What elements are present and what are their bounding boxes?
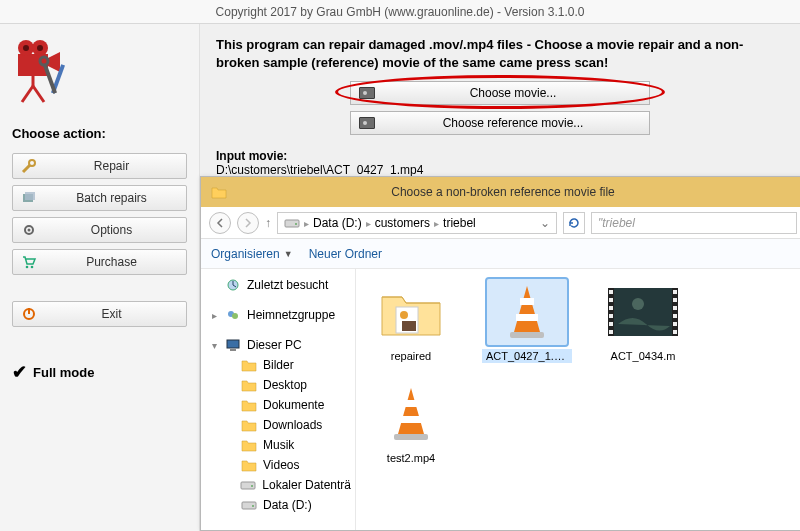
nav-back-button[interactable] [209, 212, 231, 234]
svg-rect-40 [608, 288, 614, 336]
svg-rect-47 [673, 306, 677, 310]
svg-rect-50 [609, 322, 613, 326]
main-panel: This program can repair damaged .mov/.mp… [200, 24, 800, 531]
breadcrumb[interactable]: Data (D:) customers triebel ⌄ [277, 212, 557, 234]
purchase-button[interactable]: Purchase [12, 249, 187, 275]
choose-action-label: Choose action: [12, 126, 187, 141]
input-movie-heading: Input movie: [216, 149, 287, 163]
tree-node-label: Dieser PC [247, 338, 302, 352]
svg-rect-56 [404, 400, 418, 407]
file-pane[interactable]: repairedACT_0427_1.mp4ACT_0434.mtest2.mp… [356, 269, 800, 530]
choose-movie-label: Choose movie... [385, 86, 641, 100]
refresh-button[interactable] [563, 212, 585, 234]
new-folder-label: Neuer Ordner [309, 247, 382, 261]
breadcrumb-part[interactable]: triebel [443, 216, 476, 230]
svg-marker-55 [398, 388, 424, 434]
svg-rect-58 [394, 434, 428, 440]
dialog-body: Zuletzt besucht▸Heimnetzgruppe▾Dieser PC… [201, 269, 800, 530]
file-item[interactable]: ACT_0434.m [598, 279, 688, 363]
tree-twisty-icon[interactable]: ▸ [209, 310, 219, 321]
tree-node[interactable]: ▾Dieser PC [205, 335, 351, 355]
cart-icon [21, 254, 37, 270]
organize-menu[interactable]: Organisieren ▼ [211, 247, 293, 261]
new-folder-button[interactable]: Neuer Ordner [309, 247, 382, 261]
drive-icon [241, 497, 257, 513]
search-input[interactable]: "triebel [591, 212, 797, 234]
file-item[interactable]: repaired [366, 279, 456, 363]
svg-point-25 [232, 313, 238, 319]
tree-node[interactable]: Data (D:) [205, 495, 351, 515]
tree-node[interactable]: Dokumente [205, 395, 351, 415]
svg-point-4 [37, 45, 43, 51]
tree-node[interactable]: Videos [205, 455, 351, 475]
svg-rect-27 [230, 349, 236, 351]
exit-button[interactable]: Exit [12, 301, 187, 327]
tree-node-label: Downloads [263, 418, 322, 432]
dialog-title-text: Choose a non-broken reference movie file [391, 185, 614, 199]
dialog-nav-bar: ↑ Data (D:) customers triebel ⌄ [201, 207, 800, 239]
exit-label: Exit [45, 307, 178, 321]
svg-rect-51 [673, 322, 677, 326]
repair-label: Repair [45, 159, 178, 173]
svg-rect-37 [516, 314, 538, 321]
svg-rect-57 [400, 416, 422, 423]
instructions-text: This program can repair damaged .mov/.mp… [216, 36, 784, 71]
chevron-right-icon [434, 216, 439, 230]
chevron-down-icon[interactable]: ⌄ [540, 216, 550, 230]
svg-point-16 [28, 229, 31, 232]
tree-twisty-icon[interactable]: ▾ [209, 340, 219, 351]
tree-node[interactable]: Downloads [205, 415, 351, 435]
tree-node-label: Musik [263, 438, 294, 452]
tree-node[interactable]: Bilder [205, 355, 351, 375]
tree-node-label: Dokumente [263, 398, 324, 412]
tree-node[interactable]: Desktop [205, 375, 351, 395]
svg-marker-35 [514, 286, 540, 332]
tree-node[interactable]: Zuletzt besucht [205, 275, 351, 295]
chevron-right-icon [304, 216, 309, 230]
dialog-toolbar: Organisieren ▼ Neuer Ordner [201, 239, 800, 269]
sidebar: Choose action: Repair Batch repairs Opti… [0, 24, 200, 531]
svg-rect-14 [25, 192, 35, 200]
tree-node[interactable]: ▸Heimnetzgruppe [205, 305, 351, 325]
svg-point-18 [31, 266, 34, 269]
svg-marker-5 [48, 52, 60, 72]
breadcrumb-part[interactable]: Data (D:) [313, 216, 362, 230]
file-item[interactable]: test2.mp4 [366, 381, 456, 465]
svg-point-29 [251, 485, 253, 487]
nav-up-button[interactable]: ↑ [265, 216, 271, 230]
nav-forward-button[interactable] [237, 212, 259, 234]
choose-movie-button[interactable]: Choose movie... [350, 81, 650, 105]
svg-rect-26 [227, 340, 239, 348]
folder-tree[interactable]: Zuletzt besucht▸Heimnetzgruppe▾Dieser PC… [201, 269, 356, 530]
svg-point-54 [632, 298, 644, 310]
tree-node-label: Desktop [263, 378, 307, 392]
power-icon [21, 306, 37, 322]
file-open-dialog: Choose a non-broken reference movie file… [200, 176, 800, 531]
full-mode-label: Full mode [33, 365, 94, 380]
svg-rect-30 [242, 502, 256, 509]
repair-button[interactable]: Repair [12, 153, 187, 179]
tree-node[interactable]: Musik [205, 435, 351, 455]
input-movie-block: Input movie: D:\customers\triebel\ACT_04… [216, 149, 784, 177]
tree-node[interactable]: Lokaler Datenträ [205, 475, 351, 495]
batch-repairs-button[interactable]: Batch repairs [12, 185, 187, 211]
batch-label: Batch repairs [45, 191, 178, 205]
folder-icon [241, 357, 257, 373]
options-label: Options [45, 223, 178, 237]
drive-icon [240, 477, 256, 493]
dialog-title-bar: Choose a non-broken reference movie file [201, 177, 800, 207]
file-item[interactable]: ACT_0427_1.mp4 [482, 279, 572, 363]
choose-buttons-block: Choose movie... Choose reference movie..… [216, 81, 784, 135]
folder-icon [241, 417, 257, 433]
options-button[interactable]: Options [12, 217, 187, 243]
tree-node-label: Videos [263, 458, 299, 472]
breadcrumb-part[interactable]: customers [375, 216, 430, 230]
choose-reference-label: Choose reference movie... [385, 116, 641, 130]
chevron-right-icon [366, 216, 371, 230]
app-body: Choose action: Repair Batch repairs Opti… [0, 24, 800, 531]
svg-rect-34 [402, 321, 416, 331]
folder-icon [241, 377, 257, 393]
choose-reference-button[interactable]: Choose reference movie... [350, 111, 650, 135]
svg-rect-53 [673, 330, 677, 334]
window-title: Copyright 2017 by Grau GmbH (www.grauonl… [216, 5, 585, 19]
